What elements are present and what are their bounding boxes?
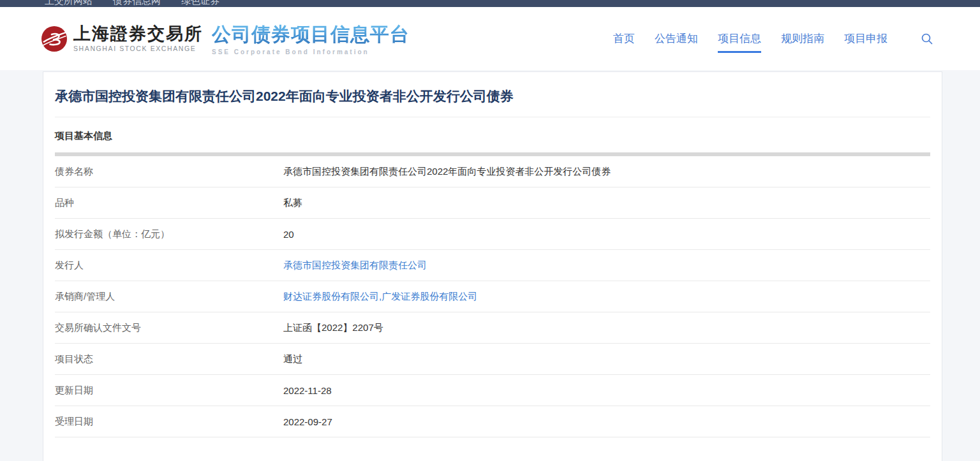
info-row: 交易所确认文件文号上证函【2022】2207号 bbox=[55, 312, 930, 344]
platform-cn-title: 公司债券项目信息平台 bbox=[212, 22, 410, 48]
platform-en-title: SSE Corporate Bond Information bbox=[212, 48, 410, 55]
info-row-label: 品种 bbox=[55, 197, 283, 209]
project-detail-card: 承德市国控投资集团有限责任公司2022年面向专业投资者非公开发行公司债券 项目基… bbox=[43, 71, 942, 461]
section-title-basic-info: 项目基本信息 bbox=[55, 130, 930, 142]
nav-item-active[interactable]: 项目信息 bbox=[718, 31, 761, 46]
page-title: 承德市国控投资集团有限责任公司2022年面向专业投资者非公开发行公司债券 bbox=[55, 72, 930, 117]
nav-item-link[interactable]: 规则指南 bbox=[781, 31, 824, 46]
top-utility-links: 上交所网站债券信息网绿色证券 bbox=[0, 0, 980, 6]
info-row-label: 受理日期 bbox=[55, 416, 283, 428]
nav-item-link[interactable]: 公告通知 bbox=[655, 31, 698, 46]
sse-cn-name: 上海證券交易所 bbox=[73, 25, 203, 43]
sse-logo-text: 上海證券交易所 SHANGHAI STOCK EXCHANGE bbox=[73, 25, 203, 52]
info-row-label: 更新日期 bbox=[55, 384, 283, 397]
topbar-link[interactable]: 上交所网站 bbox=[45, 0, 93, 6]
info-row-label: 拟发行金额（单位：亿元） bbox=[55, 228, 283, 240]
info-row: 受理日期2022-09-27 bbox=[55, 406, 930, 437]
info-row-value-link[interactable]: 财达证券股份有限公司,广发证券股份有限公司 bbox=[283, 291, 477, 303]
info-row-label: 承销商/管理人 bbox=[55, 291, 283, 303]
info-row: 债券名称承德市国控投资集团有限责任公司2022年面向专业投资者非公开发行公司债券 bbox=[55, 156, 930, 187]
main-nav: 首页公告通知项目信息规则指南项目申报 bbox=[613, 31, 887, 46]
search-button[interactable] bbox=[921, 33, 933, 45]
info-row-value-link[interactable]: 承德市国控投资集团有限责任公司 bbox=[283, 260, 427, 272]
search-icon bbox=[921, 33, 933, 45]
info-row-value: 私募 bbox=[283, 197, 302, 209]
sse-logo: 上海證券交易所 SHANGHAI STOCK EXCHANGE 公司债券项目信息… bbox=[41, 22, 410, 55]
topbar-link[interactable]: 债券信息网 bbox=[113, 0, 161, 6]
platform-title: 公司债券项目信息平台 SSE Corporate Bond Informatio… bbox=[212, 22, 410, 55]
sse-en-name: SHANGHAI STOCK EXCHANGE bbox=[73, 45, 203, 52]
project-info-table: 债券名称承德市国控投资集团有限责任公司2022年面向专业投资者非公开发行公司债券… bbox=[55, 156, 930, 437]
info-row: 项目状态通过 bbox=[55, 344, 930, 375]
sse-logo-icon bbox=[41, 26, 67, 52]
site-header: 上海證券交易所 SHANGHAI STOCK EXCHANGE 公司债券项目信息… bbox=[0, 7, 980, 70]
info-row-label: 债券名称 bbox=[55, 166, 283, 178]
info-row-label: 项目状态 bbox=[55, 353, 283, 365]
nav-item-link[interactable]: 首页 bbox=[613, 31, 635, 46]
info-row-value: 2022-11-28 bbox=[283, 385, 332, 396]
info-row-label: 交易所确认文件文号 bbox=[55, 322, 283, 334]
topbar-link[interactable]: 绿色证券 bbox=[181, 0, 219, 6]
info-row: 更新日期2022-11-28 bbox=[55, 375, 930, 406]
info-row-value: 通过 bbox=[283, 353, 302, 365]
info-row-label: 发行人 bbox=[55, 260, 283, 272]
info-row-value: 上证函【2022】2207号 bbox=[283, 322, 383, 334]
info-row: 发行人承德市国控投资集团有限责任公司 bbox=[55, 250, 930, 281]
info-row-value: 2022-09-27 bbox=[283, 416, 332, 427]
info-row: 品种私募 bbox=[55, 187, 930, 219]
info-row: 承销商/管理人财达证券股份有限公司,广发证券股份有限公司 bbox=[55, 281, 930, 312]
info-row-value: 20 bbox=[283, 229, 294, 240]
nav-item-link[interactable]: 项目申报 bbox=[844, 31, 887, 46]
info-row-value: 承德市国控投资集团有限责任公司2022年面向专业投资者非公开发行公司债券 bbox=[283, 166, 611, 178]
page-body: 承德市国控投资集团有限责任公司2022年面向专业投资者非公开发行公司债券 项目基… bbox=[0, 70, 980, 461]
top-utility-bar: 上交所网站债券信息网绿色证券 bbox=[0, 0, 980, 7]
info-row: 拟发行金额（单位：亿元）20 bbox=[55, 219, 930, 250]
